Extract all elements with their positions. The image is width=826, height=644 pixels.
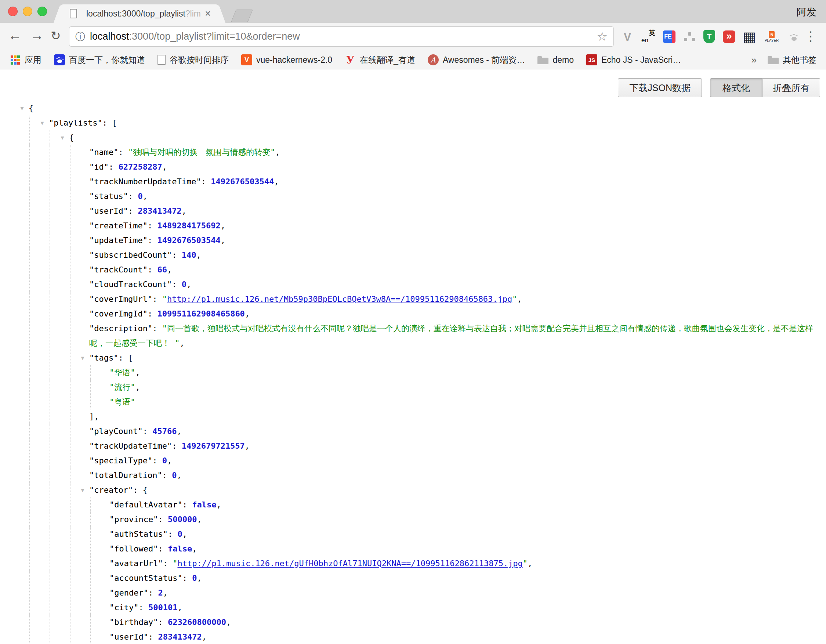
indent-guide [70, 571, 70, 586]
indent-guide [50, 468, 50, 483]
url-host: localhost [90, 31, 129, 42]
bookmark-item[interactable]: AAwesomes - 前端资… [428, 54, 525, 66]
json-line-content: "userId": 283413472, [109, 630, 826, 644]
json-line-content: "playlists": [ [49, 116, 826, 130]
download-json-button[interactable]: 下载JSON数据 [618, 78, 702, 97]
indent-guide [30, 439, 30, 453]
bookmark-label: 谷歌按时间排序 [169, 54, 229, 66]
folder-icon [768, 54, 779, 65]
json-line-content: "华语", [109, 365, 826, 380]
browser-tab[interactable]: localhost:3000/top_playlist?lim × [62, 5, 217, 23]
json-line: "粤语" [0, 395, 826, 410]
bookmark-item[interactable]: JSEcho JS - JavaScri… [586, 54, 681, 65]
bookmark-item[interactable]: 其他书签 [768, 54, 817, 66]
bookmark-item[interactable]: 谷歌按时间排序 [157, 54, 229, 66]
indent-guide [30, 130, 30, 145]
indent-guide [90, 365, 91, 380]
indent-guide [30, 586, 30, 600]
page-content: 下载JSON数据 格式化 折叠所有 ▼{▼"playlists": [▼{"na… [0, 70, 826, 644]
extensions-area: V英enFET»▦5PLAYER [621, 26, 800, 48]
indent-guide [30, 233, 30, 248]
indent-guide [30, 292, 30, 307]
collapse-toggle-icon[interactable]: ▼ [38, 116, 47, 130]
echojs-icon: JS [586, 54, 597, 65]
reload-button[interactable]: ↻ [51, 29, 61, 43]
html5-player-extension-icon[interactable]: 5PLAYER [763, 29, 780, 45]
indent-guide [70, 380, 70, 395]
indent-guide [30, 321, 30, 351]
bookmark-label: demo [553, 55, 574, 65]
tab-close-icon[interactable]: × [205, 9, 211, 19]
bookmarks-overflow-icon[interactable]: » [751, 54, 757, 66]
format-button[interactable]: 格式化 [710, 78, 762, 97]
indent-guide [50, 615, 50, 630]
other-bookmarks-slot: 其他书签 [768, 54, 817, 66]
forward-button[interactable]: → [30, 28, 44, 44]
json-url-link[interactable]: http://p1.music.126.net/Mb59p30BpEQLcBQe… [167, 295, 512, 304]
indent-guide [90, 600, 91, 615]
json-url-link[interactable]: http://p1.music.126.net/gUfH0bhzOfAl71NU… [177, 559, 522, 568]
indent-guide [70, 145, 70, 160]
security-shield-extension-icon[interactable]: T [703, 30, 715, 43]
baidu-paw-icon [54, 54, 65, 65]
indent-guide [70, 262, 70, 277]
qr-extension-icon[interactable]: ▦ [743, 29, 756, 45]
json-line: "followed": false, [0, 542, 826, 556]
json-line: "userId": 283413472, [0, 204, 826, 219]
indent-guide [30, 204, 30, 219]
json-line: "trackCount": 66, [0, 262, 826, 277]
indent-guide [70, 439, 70, 453]
indent-guide [70, 292, 70, 307]
collapse-toggle-icon[interactable]: ▼ [58, 130, 67, 145]
vue-extension-icon[interactable]: V [621, 29, 633, 45]
json-line: "userId": 283413472, [0, 630, 826, 644]
minimize-window-button[interactable] [23, 6, 32, 16]
json-line-content: "description": "同一首歌，独唱模式与对唱模式有没有什么不同呢？独… [89, 321, 826, 351]
collapse-toggle-icon[interactable]: ▼ [18, 101, 26, 116]
json-line: "trackUpdateTime": 1492679721557, [0, 439, 826, 453]
new-tab-button[interactable] [231, 9, 253, 22]
bookmark-item[interactable]: Vvue-hackernews-2.0 [241, 54, 332, 65]
indent-guide [90, 527, 91, 542]
json-line-content: "coverImgId": 109951162908465860, [89, 307, 826, 321]
bookmark-item[interactable]: demo [537, 54, 574, 65]
fe-extension-icon[interactable]: FE [663, 31, 675, 43]
bookmark-star-icon[interactable]: ☆ [596, 29, 607, 44]
page-info-icon[interactable]: ⓘ [75, 30, 85, 43]
maximize-window-button[interactable] [37, 6, 47, 16]
close-window-button[interactable] [8, 6, 18, 16]
indent-guide [90, 586, 91, 600]
browser-menu-icon[interactable]: ⋮ [804, 29, 817, 44]
json-line: ], [0, 410, 826, 424]
collapse-toggle-icon[interactable]: ▼ [78, 351, 87, 365]
indent-guide [30, 630, 30, 644]
paw-extension-icon[interactable] [788, 29, 800, 45]
indent-guide [50, 189, 50, 204]
awesomes-icon: A [428, 54, 439, 65]
json-line: "authStatus": 0, [0, 527, 826, 542]
json-line: "status": 0, [0, 189, 826, 204]
indent-guide [70, 160, 70, 174]
indent-guide [30, 248, 30, 262]
bookmark-item[interactable]: 应用 [9, 54, 42, 66]
address-bar[interactable]: ⓘ localhost :3000/top_playlist?limit=10&… [69, 26, 614, 47]
bookmark-item[interactable]: У在线翻译_有道 [345, 54, 415, 66]
collapse-all-button[interactable]: 折叠所有 [762, 78, 820, 97]
browser-profile-name[interactable]: 阿发 [796, 6, 817, 19]
translate-extension-icon[interactable]: 英en [641, 29, 655, 45]
json-actions: 下载JSON数据 格式化 折叠所有 [618, 78, 820, 97]
sitemap-extension-icon[interactable] [683, 29, 696, 45]
back-button[interactable]: ← [8, 28, 22, 44]
indent-guide [70, 395, 70, 410]
bookmark-item[interactable]: 百度一下，你就知道 [54, 54, 145, 66]
indent-guide [90, 498, 91, 512]
collapse-toggle-icon[interactable]: ▼ [78, 483, 87, 498]
json-line: "name": "独唱与对唱的切换 氛围与情感的转变", [0, 145, 826, 160]
json-line-content: "trackNumberUpdateTime": 1492676503544, [89, 174, 826, 189]
fastforward-extension-icon[interactable]: » [723, 31, 735, 43]
json-line-content: "粤语" [109, 395, 826, 410]
json-line: "totalDuration": 0, [0, 468, 826, 483]
indent-guide [50, 527, 50, 542]
json-line-content: "trackCount": 66, [89, 262, 826, 277]
indent-guide [70, 453, 70, 468]
